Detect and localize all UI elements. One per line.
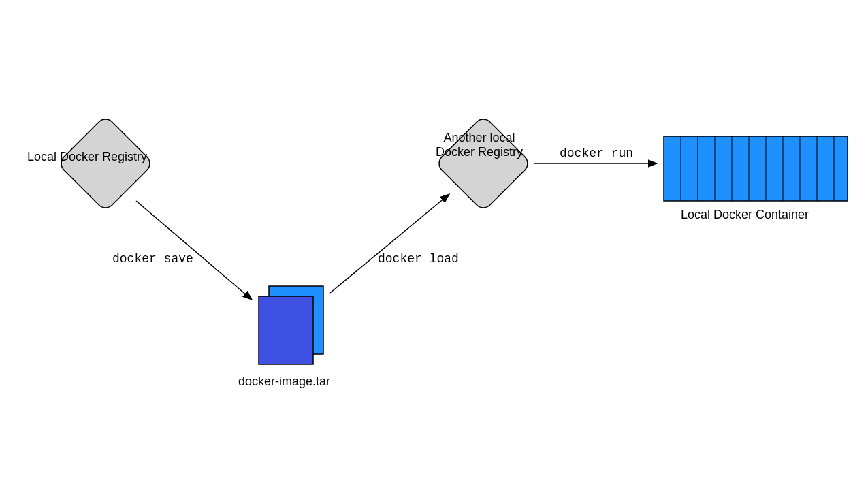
node-container [664,136,848,201]
edge-docker-load [330,194,449,293]
label-another-registry-line2: Docker Registry [436,145,523,159]
label-edge-run: docker run [560,146,633,160]
label-container: Local Docker Container [681,208,809,222]
svg-rect-1 [435,115,531,211]
label-local-registry: Local Docker Registry [27,150,147,164]
node-another-registry [435,115,531,211]
label-tar-file: docker-image.tar [238,375,330,389]
label-edge-save: docker save [112,252,193,266]
svg-rect-3 [259,296,313,364]
label-edge-load: docker load [378,252,459,266]
edge-docker-save [136,201,252,300]
label-another-registry-line1: Another local [436,131,523,145]
svg-rect-4 [664,136,848,201]
node-tar-file [259,286,323,364]
